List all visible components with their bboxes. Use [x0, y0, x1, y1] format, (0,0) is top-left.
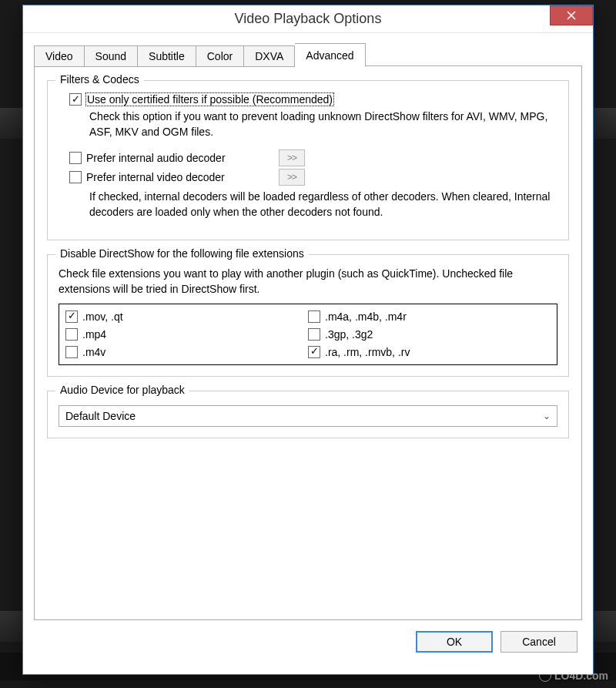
ext-label[interactable]: .mov, .qt	[82, 310, 123, 323]
checkbox-ext-mp4[interactable]	[65, 328, 78, 341]
checkbox-ext-m4a[interactable]	[308, 310, 320, 323]
checkbox-ext-mov[interactable]	[65, 310, 78, 323]
tab-subtitle[interactable]: Subtitle	[138, 45, 196, 67]
tab-advanced[interactable]: Advanced	[295, 43, 365, 67]
watermark-text: LO4D.com	[554, 670, 608, 682]
chevron-down-icon: ⌄	[543, 411, 551, 421]
ext-item-mov: .mov, .qt	[65, 310, 308, 323]
audio-device-selected: Default Device	[65, 410, 136, 422]
group-legend: Audio Device for playback	[55, 384, 189, 396]
ext-item-3gp: .3gp, .3g2	[308, 328, 551, 341]
decoder-desc: If checked, internal decoders will be lo…	[89, 189, 557, 220]
window-title: Video Playback Options	[235, 11, 382, 27]
checkbox-video-decoder-label[interactable]: Prefer internal video decoder	[86, 171, 256, 183]
video-decoder-more-button[interactable]: >>	[279, 169, 305, 186]
tab-color[interactable]: Color	[196, 45, 244, 67]
ok-button[interactable]: OK	[416, 631, 493, 653]
certified-desc: Check this option if you want to prevent…	[89, 109, 557, 140]
checkbox-row-audio-decoder: Prefer internal audio decoder >>	[69, 149, 557, 166]
ext-item-ra: .ra, .rm, .rmvb, .rv	[308, 346, 551, 358]
group-legend: Filters & Codecs	[55, 73, 144, 86]
disable-directshow-desc: Check file extensions you want to play w…	[59, 266, 557, 297]
ext-item-mp4: .mp4	[65, 328, 308, 341]
extension-grid: .mov, .qt .m4a, .m4b, .m4r .mp4 .3gp, .3…	[59, 304, 557, 365]
close-button[interactable]	[550, 5, 593, 25]
ext-label[interactable]: .mp4	[82, 328, 106, 341]
checkbox-certified-label[interactable]: Use only certified filters if possible (…	[86, 93, 333, 106]
checkbox-ext-ra[interactable]	[308, 346, 320, 358]
dialog-window: Video Playback Options Video Sound Subti…	[22, 5, 594, 675]
checkbox-ext-3gp[interactable]	[308, 328, 320, 341]
globe-icon	[539, 670, 551, 682]
group-legend: Disable DirectShow for the following fil…	[55, 247, 309, 260]
checkbox-row-certified: Use only certified filters if possible (…	[69, 93, 557, 106]
tab-dxva[interactable]: DXVA	[244, 45, 295, 67]
tab-panel-advanced: Filters & Codecs Use only certified filt…	[34, 65, 582, 620]
checkbox-video-decoder[interactable]	[69, 171, 82, 183]
tab-strip: Video Sound Subtitle Color DXVA Advanced	[34, 42, 582, 66]
checkbox-row-video-decoder: Prefer internal video decoder >>	[69, 169, 557, 186]
ext-label[interactable]: .3gp, .3g2	[325, 328, 373, 341]
audio-decoder-more-button[interactable]: >>	[279, 149, 305, 166]
ext-label[interactable]: .ra, .rm, .rmvb, .rv	[325, 346, 410, 358]
client-area: Video Sound Subtitle Color DXVA Advanced…	[23, 33, 593, 663]
group-filters-codecs: Filters & Codecs Use only certified filt…	[47, 80, 569, 240]
tab-sound[interactable]: Sound	[85, 45, 138, 67]
cancel-button[interactable]: Cancel	[500, 631, 578, 653]
titlebar: Video Playback Options	[23, 5, 593, 33]
group-audio-device: Audio Device for playback Default Device…	[47, 391, 569, 438]
dialog-button-row: OK Cancel	[34, 631, 582, 653]
group-disable-directshow: Disable DirectShow for the following fil…	[47, 254, 569, 377]
ext-item-m4v: .m4v	[65, 346, 308, 358]
audio-device-select[interactable]: Default Device ⌄	[59, 405, 557, 427]
watermark: LO4D.com	[539, 670, 608, 682]
tab-video[interactable]: Video	[34, 45, 85, 67]
ext-label[interactable]: .m4a, .m4b, .m4r	[325, 310, 407, 323]
checkbox-audio-decoder[interactable]	[69, 152, 82, 164]
checkbox-ext-m4v[interactable]	[65, 346, 78, 358]
checkbox-audio-decoder-label[interactable]: Prefer internal audio decoder	[86, 152, 256, 164]
close-icon	[567, 11, 576, 20]
ext-item-m4a: .m4a, .m4b, .m4r	[308, 310, 551, 323]
ext-label[interactable]: .m4v	[82, 346, 105, 358]
checkbox-certified[interactable]	[69, 93, 82, 106]
